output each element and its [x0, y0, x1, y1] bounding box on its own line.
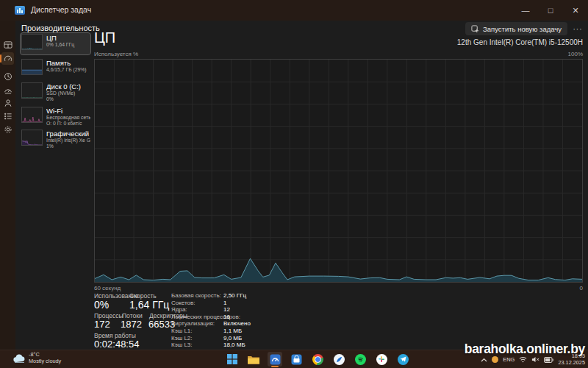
- file-explorer-button[interactable]: [246, 352, 261, 367]
- stat-row: Сокетов:1: [171, 300, 196, 306]
- sidebar-memory-title: Память: [46, 59, 90, 67]
- task-manager-taskbar-button[interactable]: [268, 352, 282, 367]
- taskbar-apps: [225, 352, 410, 367]
- start-button[interactable]: [225, 352, 240, 367]
- sidebar-gpu-sub1: Intel(R) Iris(R) Xe Graphi: [46, 138, 90, 144]
- sidebar-gpu-title: Графический про: [46, 130, 90, 138]
- stat-row: Базовая скорость:2,50 ГГц: [171, 292, 221, 299]
- page-title: Производительность: [21, 24, 100, 32]
- telegram-button[interactable]: [395, 352, 410, 367]
- stat-row: Кэш L1:1,1 МБ: [171, 328, 193, 334]
- maximize-button[interactable]: □: [538, 0, 563, 21]
- titlebar: Диспетчер задач — □ ✕: [0, 0, 588, 21]
- run-new-task-label: Запустить новую задачу: [483, 25, 562, 33]
- tray-chevron-up-icon[interactable]: [481, 358, 487, 362]
- slack-button[interactable]: [374, 352, 389, 367]
- cloud-icon: [13, 353, 26, 363]
- store-button[interactable]: [289, 352, 304, 367]
- cpu-page-title: ЦП: [94, 29, 115, 46]
- store-icon: [291, 354, 302, 365]
- threads-value: 1872: [121, 319, 142, 330]
- cpu-usage-chart: [94, 59, 583, 283]
- axis-60s-label: 60 секунд: [94, 285, 121, 291]
- sidebar-item-disk[interactable]: Диск 0 (C:) SSD (NVMe) 0%: [20, 81, 91, 104]
- cpu-mini-chart: [21, 34, 43, 50]
- slack-icon: [376, 354, 387, 365]
- file-explorer-icon: [248, 355, 259, 364]
- stat-row: Ядра:12: [171, 306, 187, 313]
- blue-app-icon: [334, 354, 345, 365]
- processes-value: 172: [94, 319, 110, 330]
- clock-date: 23.12.2025: [558, 360, 585, 367]
- wifi-mini-chart: [21, 107, 43, 123]
- windows-start-icon: [227, 354, 237, 364]
- details-icon: [4, 112, 12, 121]
- sidebar-item-memory[interactable]: Память 4,6/15,7 ГБ (29%): [20, 57, 91, 80]
- sidebar-memory-sub: 4,6/15,7 ГБ (29%): [46, 67, 90, 73]
- startup-apps-icon: [4, 85, 12, 94]
- wifi-icon[interactable]: [519, 356, 527, 363]
- task-manager-app-icon: [15, 6, 25, 15]
- memory-mini-chart: [21, 59, 43, 75]
- stat-row: Логических процессоров:16: [171, 314, 240, 320]
- sidebar-item-cpu[interactable]: ЦП 0% 1,64 ГГц: [20, 32, 91, 55]
- close-button[interactable]: ✕: [563, 0, 588, 21]
- stat-row: Виртуализация:Включено: [171, 320, 215, 327]
- tray-app-icon[interactable]: [492, 356, 498, 363]
- sidebar-wifi-sub1: Беспроводная сеть: [46, 115, 90, 121]
- weather-widget[interactable]: -8°C Mostly cloudy: [13, 352, 61, 364]
- new-task-icon: [471, 25, 479, 33]
- sidebar-item-wifi[interactable]: Wi-Fi Беспроводная сеть О: 0 П: 0 кбит/с: [20, 105, 91, 128]
- stat-row: Кэш L2:9,0 МБ: [171, 335, 193, 342]
- telegram-icon: [398, 354, 409, 365]
- sidebar-disk-title: Диск 0 (C:): [46, 82, 90, 91]
- nav-app-history[interactable]: [1, 70, 14, 82]
- sidebar-wifi-title: Wi-Fi: [46, 107, 90, 115]
- uptime-value: 0:02:48:54: [94, 339, 139, 350]
- sidebar-cpu-title: ЦП: [46, 34, 90, 42]
- processes-icon: [4, 40, 12, 49]
- axis-100-label: 100%: [568, 51, 583, 57]
- usage-value: 0%: [94, 299, 109, 311]
- window-title: Диспетчер задач: [31, 5, 91, 14]
- language-indicator[interactable]: ENG: [503, 356, 514, 363]
- sidebar-disk-sub1: SSD (NVMe): [46, 91, 90, 96]
- axis-0-label: 0: [580, 285, 583, 291]
- nav-users[interactable]: [1, 96, 14, 109]
- nav-selected-accent: [0, 54, 1, 63]
- cpu-model-name: 12th Gen Intel(R) Core(TM) i5-12500H: [457, 38, 583, 46]
- volume-muted-icon[interactable]: [531, 356, 539, 363]
- axis-usage-label: Используется %: [94, 51, 138, 57]
- app-history-icon: [4, 72, 12, 81]
- blue-app-button[interactable]: [331, 352, 346, 367]
- spotify-icon: [355, 354, 366, 365]
- nav-services[interactable]: [1, 123, 14, 135]
- weather-condition: Mostly cloudy: [29, 358, 61, 365]
- stat-row: Кэш L3:18,0 МБ: [171, 342, 193, 348]
- chrome-icon: [312, 354, 323, 365]
- minimize-button[interactable]: —: [513, 0, 538, 21]
- battery-icon[interactable]: [544, 357, 553, 363]
- sidebar-disk-sub2: 0%: [46, 96, 90, 102]
- services-icon: [4, 125, 12, 134]
- sidebar-item-gpu[interactable]: Графический про Intel(R) Iris(R) Xe Grap…: [20, 128, 91, 151]
- nav-processes[interactable]: [1, 38, 14, 51]
- sidebar-wifi-sub2: О: 0 П: 0 кбит/с: [46, 121, 90, 127]
- task-manager-icon: [270, 354, 281, 365]
- watermark: baraholka.onliner.by: [465, 342, 585, 357]
- run-new-task-button[interactable]: Запустить новую задачу: [465, 22, 567, 35]
- nav-performance[interactable]: [1, 52, 14, 65]
- more-options-button[interactable]: ···: [572, 22, 584, 35]
- spotify-button[interactable]: [353, 352, 368, 367]
- sidebar-cpu-sub: 0% 1,64 ГГц: [46, 42, 90, 48]
- performance-icon: [4, 54, 12, 63]
- nav-rail: [0, 21, 15, 350]
- disk-mini-chart: [21, 82, 43, 99]
- nav-startup-apps[interactable]: [1, 83, 14, 96]
- gpu-mini-chart: [21, 130, 43, 146]
- sidebar-gpu-sub2: 1%: [46, 144, 90, 149]
- task-manager-window: Диспетчер задач — □ ✕ Производительность…: [0, 0, 588, 368]
- nav-details[interactable]: [1, 110, 14, 122]
- chrome-button[interactable]: [310, 352, 325, 367]
- speed-value: 1,64 ГГц: [129, 299, 169, 311]
